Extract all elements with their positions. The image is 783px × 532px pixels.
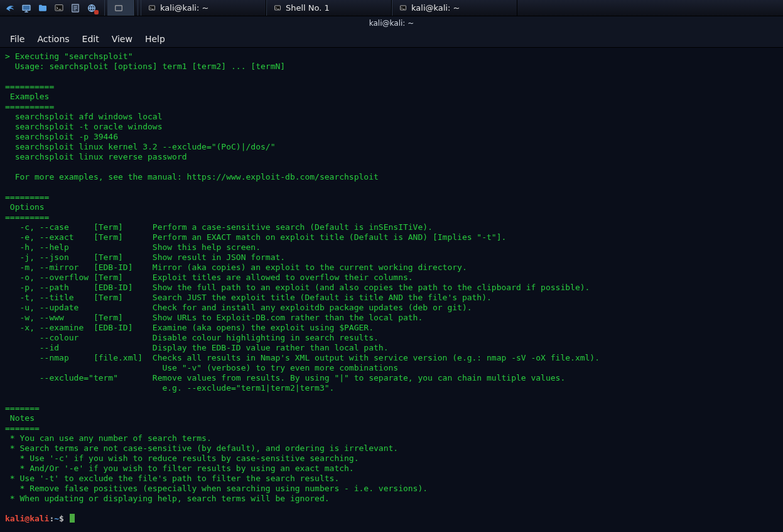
files-icon[interactable] bbox=[35, 1, 50, 15]
taskbar-label: kali@kali: ~ bbox=[411, 3, 460, 13]
terminal-line: Options bbox=[5, 202, 778, 212]
terminal-line: -m, --mirror [EDB-ID] Mirror (aka copies… bbox=[5, 263, 778, 273]
menu-help[interactable]: Help bbox=[145, 34, 165, 44]
terminal-quicklaunch-icon[interactable] bbox=[51, 1, 67, 15]
terminal-line bbox=[5, 504, 778, 514]
terminal-line: ========= bbox=[5, 212, 778, 222]
terminal-line: * Remove false positives (especially whe… bbox=[5, 484, 778, 494]
terminal-line: ========= bbox=[5, 192, 778, 202]
terminal-line: searchsploit -p 39446 bbox=[5, 132, 778, 142]
taskbar-label: Shell No. 1 bbox=[286, 3, 330, 13]
panel-launcher-area bbox=[0, 0, 102, 16]
terminal-line: Examples bbox=[5, 92, 778, 102]
terminal-prompt[interactable]: kali@kali:~$ bbox=[5, 514, 778, 524]
menu-edit[interactable]: Edit bbox=[82, 34, 99, 44]
terminal-line: --colour Disable colour highlighting in … bbox=[5, 333, 778, 343]
globe-icon[interactable] bbox=[84, 1, 99, 15]
window-title: kali@kali: ~ bbox=[369, 19, 414, 28]
terminal-line: searchsploit linux reverse password bbox=[5, 152, 778, 162]
terminal-line: ======= bbox=[5, 403, 778, 413]
terminal-line: * When updating or displaying help, sear… bbox=[5, 494, 778, 504]
desktop-icon[interactable] bbox=[19, 1, 34, 15]
prompt-host: kali bbox=[30, 514, 49, 523]
terminal-line: --id Display the EDB-ID value rather tha… bbox=[5, 343, 778, 353]
svg-rect-4 bbox=[116, 5, 122, 10]
terminal-line: Usage: searchsploit [options] term1 [ter… bbox=[5, 62, 778, 72]
terminal-icon bbox=[399, 4, 408, 12]
terminal-menubar: File Actions Edit View Help bbox=[0, 30, 783, 48]
terminal-line: Use "-v" (verbose) to try even more comb… bbox=[5, 363, 778, 373]
window-titlebar: kali@kali: ~ bbox=[0, 16, 783, 30]
terminal-line: searchsploit afd windows local bbox=[5, 112, 778, 122]
terminal-line: ========== bbox=[5, 102, 778, 112]
terminal-line: -c, --case [Term] Perform a case-sensiti… bbox=[5, 222, 778, 232]
terminal-line: * Use '-c' if you wish to reduce results… bbox=[5, 453, 778, 464]
svg-rect-0 bbox=[23, 5, 30, 10]
terminal-line: -u, --update Check for and install any e… bbox=[5, 303, 778, 313]
terminal-line bbox=[5, 393, 778, 403]
prompt-user: kali bbox=[5, 514, 24, 523]
prompt-symbol: $ bbox=[59, 514, 64, 523]
terminal-line: * Search terms are not case-sensitive (b… bbox=[5, 443, 778, 453]
terminal-output[interactable]: > Executing "searchsploit" Usage: search… bbox=[0, 48, 783, 532]
terminal-icon bbox=[273, 4, 282, 12]
terminal-line: --nmap [file.xml] Checks all results in … bbox=[5, 353, 778, 363]
prompt-path: ~ bbox=[54, 514, 59, 523]
taskbar-item-0[interactable]: kali@kali: ~ bbox=[141, 0, 266, 16]
terminal-line: -e, --exact [Term] Perform an EXACT matc… bbox=[5, 232, 778, 242]
terminal-line: -h, --help Show this help screen. bbox=[5, 242, 778, 252]
terminal-line: ========== bbox=[5, 82, 778, 92]
prompt-at: @ bbox=[24, 514, 30, 523]
terminal-line: * And/Or '-e' if you wish to filter resu… bbox=[5, 464, 778, 474]
terminal-line: --exclude="term" Remove values from resu… bbox=[5, 373, 778, 383]
terminal-line: Notes bbox=[5, 413, 778, 423]
terminal-line: -t, --title [Term] Search JUST the explo… bbox=[5, 293, 778, 303]
terminal-line: ======= bbox=[5, 423, 778, 433]
kali-menu-icon[interactable] bbox=[3, 1, 18, 15]
window-icon bbox=[114, 4, 123, 13]
system-panel: kali@kali: ~ Shell No. 1 kali@kali: ~ bbox=[0, 0, 783, 16]
terminal-line: -p, --path [EDB-ID] Show the full path t… bbox=[5, 283, 778, 293]
terminal-line bbox=[5, 162, 778, 172]
menu-file[interactable]: File bbox=[10, 34, 24, 44]
terminal-line: -o, --overflow [Term] Exploit titles are… bbox=[5, 273, 778, 283]
terminal-line bbox=[5, 72, 778, 82]
terminal-line: -j, --json [Term] Show result in JSON fo… bbox=[5, 252, 778, 263]
terminal-line bbox=[5, 182, 778, 192]
taskbar-item-2[interactable]: kali@kali: ~ bbox=[392, 0, 517, 16]
terminal-line: * Use '-t' to exclude the file's path to… bbox=[5, 474, 778, 484]
terminal-line: e.g. --exclude="term1|term2|term3". bbox=[5, 383, 778, 393]
panel-separator bbox=[138, 0, 138, 16]
terminal-line: > Executing "searchsploit" bbox=[5, 52, 778, 62]
taskbar-item-1[interactable]: Shell No. 1 bbox=[266, 0, 392, 16]
editor-icon[interactable] bbox=[68, 1, 83, 15]
terminal-line: * You can use any number of search terms… bbox=[5, 433, 778, 443]
terminal-line: For more examples, see the manual: https… bbox=[5, 172, 778, 182]
terminal-icon bbox=[148, 4, 156, 12]
terminal-line: -x, --examine [EDB-ID] Examine (aka open… bbox=[5, 323, 778, 333]
taskbar-label: kali@kali: ~ bbox=[160, 3, 208, 13]
svg-rect-1 bbox=[55, 4, 63, 10]
menu-view[interactable]: View bbox=[112, 34, 132, 44]
terminal-line: -w, --www [Term] Show URLs to Exploit-DB… bbox=[5, 313, 778, 323]
menu-actions[interactable]: Actions bbox=[37, 34, 69, 44]
task-desktop-pager[interactable] bbox=[107, 0, 135, 16]
panel-separator bbox=[104, 0, 105, 16]
terminal-line: searchsploit -t oracle windows bbox=[5, 122, 778, 132]
terminal-cursor bbox=[70, 514, 75, 523]
terminal-line: searchsploit linux kernel 3.2 --exclude=… bbox=[5, 142, 778, 152]
